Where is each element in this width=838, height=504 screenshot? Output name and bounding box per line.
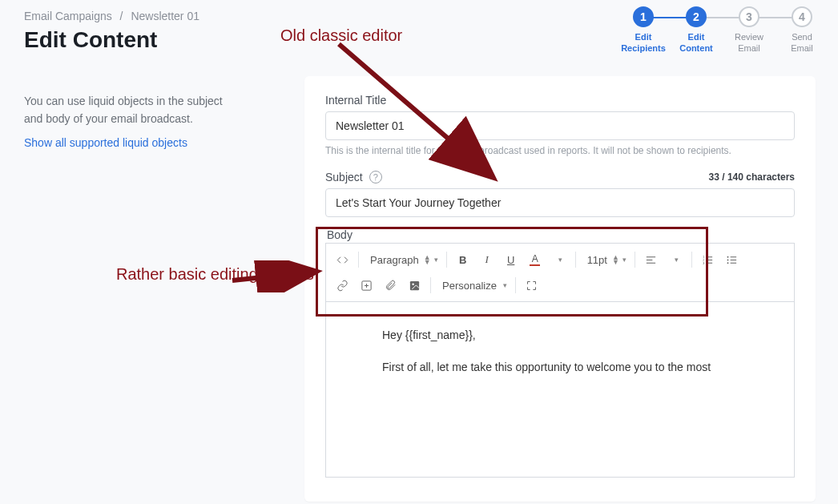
subject-input[interactable] — [325, 188, 795, 217]
internal-title-label: Internal Title — [325, 94, 795, 107]
fullscreen-button[interactable] — [521, 274, 543, 296]
attachment-button[interactable] — [379, 274, 401, 296]
breadcrumb: Email Campaigns / Newsletter 01 — [24, 10, 280, 22]
font-size-dropdown[interactable]: 11pt ▲▼ ▾ — [581, 248, 630, 271]
step-review-email[interactable]: 3 Review Email — [723, 6, 776, 54]
toolbar-separator — [358, 252, 359, 268]
svg-point-14 — [727, 262, 729, 264]
svg-point-19 — [412, 283, 414, 285]
subject-char-count: 33 / 140 characters — [709, 171, 795, 183]
help-icon[interactable]: ? — [369, 171, 382, 183]
svg-text:3: 3 — [703, 261, 705, 264]
toolbar-separator — [446, 252, 447, 268]
page-title: Edit Content — [24, 27, 280, 53]
editor-toolbar: Paragraph ▲▼ ▾ B I U A ▾ — [325, 243, 795, 301]
breadcrumb-separator: / — [120, 10, 123, 22]
liquid-hint-text: You can use liquid objects in the subjec… — [24, 93, 232, 127]
internal-title-help: This is the internal title for the email… — [325, 145, 795, 156]
subject-label: Subject — [325, 171, 363, 183]
toolbar-separator — [691, 252, 692, 268]
text-color-button[interactable]: A — [524, 248, 546, 271]
link-button[interactable] — [331, 274, 353, 296]
image-button[interactable] — [403, 274, 425, 296]
insert-button[interactable] — [355, 274, 377, 296]
text-color-caret[interactable]: ▾ — [548, 248, 570, 271]
unordered-list-button[interactable] — [721, 248, 743, 271]
align-button[interactable] — [640, 248, 663, 271]
toolbar-separator — [575, 252, 576, 268]
breadcrumb-parent[interactable]: Email Campaigns — [24, 10, 112, 22]
editor-line: First of all, let me take this opportuni… — [382, 358, 738, 376]
step-edit-recipients[interactable]: 1 Edit Recipients — [617, 6, 670, 54]
underline-button[interactable]: U — [500, 248, 522, 271]
personalize-dropdown[interactable]: Personalize ▾ — [436, 274, 510, 296]
svg-rect-18 — [409, 280, 418, 289]
paragraph-style-dropdown[interactable]: Paragraph ▲▼ ▾ — [364, 248, 441, 271]
ordered-list-button[interactable]: 123 — [697, 248, 719, 271]
breadcrumb-current: Newsletter 01 — [131, 10, 199, 22]
align-caret[interactable]: ▾ — [664, 248, 687, 271]
bold-button[interactable]: B — [452, 248, 474, 271]
show-liquid-objects-link[interactable]: Show all supported liquid objects — [24, 136, 187, 149]
code-view-button[interactable] — [331, 248, 353, 271]
progress-stepper: 1 Edit Recipients 2 Edit Content 3 Revie… — [617, 6, 828, 54]
internal-title-input[interactable] — [325, 111, 795, 140]
editor-body[interactable]: Hey {{first_name}}, First of all, let me… — [325, 301, 795, 478]
step-edit-content[interactable]: 2 Edit Content — [670, 6, 723, 54]
toolbar-separator — [635, 252, 635, 268]
body-label: Body — [325, 228, 795, 241]
content-card: Internal Title This is the internal titl… — [304, 76, 816, 502]
italic-button[interactable]: I — [476, 248, 498, 271]
svg-point-12 — [727, 256, 729, 257]
toolbar-separator — [515, 277, 516, 293]
toolbar-separator — [430, 277, 431, 293]
svg-point-13 — [727, 259, 729, 260]
step-send-email[interactable]: 4 Send Email — [776, 6, 828, 54]
editor-line: Hey {{first_name}}, — [382, 326, 738, 344]
